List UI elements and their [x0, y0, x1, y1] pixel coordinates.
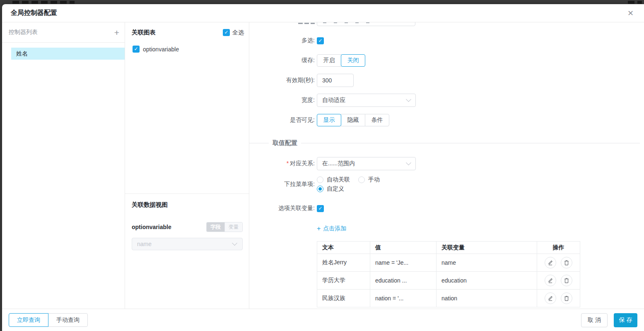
linked-dataview-section: 关联数据视图 optionvariable 字段 变量 name [125, 194, 249, 250]
dialog-body: 控制器列表 + 姓名 关联图表 全选 optionvariable [2, 22, 644, 309]
chevron-down-icon [406, 160, 411, 165]
relation-select[interactable]: 在......范围内 [317, 157, 416, 170]
clipped-input-fragment [317, 22, 415, 26]
cache-off-button[interactable]: 关闭 [341, 54, 365, 67]
controller-list-panel: 控制器列表 + 姓名 [2, 22, 125, 309]
options-table: 文本 值 关联变量 操作 姓名Jerry name = 'Je... name [317, 241, 580, 307]
radio-manual-label: 手动 [368, 176, 380, 184]
pencil-icon [548, 260, 553, 266]
cancel-button[interactable]: 取 消 [581, 313, 608, 327]
multi-select-checkbox[interactable] [317, 37, 324, 44]
visibility-hide-button[interactable]: 隐藏 [341, 114, 365, 126]
edit-button[interactable] [545, 257, 556, 268]
table-header-row: 文本 值 关联变量 操作 [317, 242, 580, 254]
validity-row: 有效期(秒): [249, 74, 644, 87]
radio-icon[interactable] [358, 176, 365, 183]
cell-actions [537, 272, 580, 290]
controller-list-title: 控制器列表 [9, 29, 38, 36]
radio-auto-link[interactable]: 自动关联 [317, 176, 350, 184]
pencil-icon [548, 278, 553, 283]
width-select[interactable]: 自动适应 [317, 94, 416, 107]
close-icon[interactable]: ✕ [626, 9, 635, 18]
options-table-wrap: 文本 值 关联变量 操作 姓名Jerry name = 'Je... name [317, 241, 580, 307]
visibility-condition-button[interactable]: 条件 [365, 114, 389, 126]
value-config-section-divider: 取值配置 [249, 140, 644, 146]
trash-icon [564, 278, 569, 283]
trash-icon [564, 260, 569, 266]
option-variable-label: 选项关联变量: [249, 205, 315, 212]
validity-label: 有效期(秒): [249, 77, 315, 84]
global-controller-config-dialog: 全局控制器配置 ✕ 控制器列表 + 姓名 关联图表 全选 [2, 4, 644, 331]
linked-dataview-title: 关联数据视图 [132, 201, 243, 209]
relation-select-value: 在......范围内 [322, 160, 355, 167]
query-now-button[interactable]: 立即查询 [9, 313, 48, 327]
option-variable-row: 选项关联变量: [249, 205, 644, 212]
cell-text: 学历大学 [317, 272, 370, 290]
radio-manual[interactable]: 手动 [358, 176, 380, 184]
column-header-text: 文本 [317, 242, 370, 254]
save-button[interactable]: 保 存 [614, 313, 637, 327]
cell-variable: name [437, 254, 537, 272]
multi-select-row: 多选: [249, 37, 644, 44]
toggle-variable-option[interactable]: 变量 [224, 222, 242, 232]
chart-checkbox-icon[interactable] [133, 46, 140, 53]
select-all-checkbox-icon[interactable] [223, 29, 230, 36]
chart-checkbox-item[interactable]: optionvariable [133, 46, 244, 53]
cell-value: nation = '... [370, 290, 437, 307]
table-row: 学历大学 education ... education [317, 272, 580, 290]
chevron-down-icon [406, 97, 411, 102]
divider-line [249, 143, 269, 143]
add-option-link-label: 点击添加 [323, 225, 346, 232]
column-header-value: 值 [370, 242, 437, 254]
select-all-control[interactable]: 全选 [223, 29, 244, 36]
cell-actions [537, 254, 580, 272]
delete-button[interactable] [561, 292, 572, 304]
linked-charts-panel: 关联图表 全选 optionvariable 关联数据视图 optionvari… [125, 22, 249, 309]
table-row: 民族汉族 nation = '... nation [317, 290, 580, 307]
radio-custom[interactable]: 自定义 [317, 185, 344, 193]
add-controller-icon[interactable]: + [114, 28, 119, 37]
option-variable-checkbox[interactable] [317, 205, 324, 212]
field-select-value: name [137, 241, 152, 247]
radio-selected-icon[interactable] [317, 186, 323, 192]
toggle-field-option[interactable]: 字段 [207, 222, 224, 232]
cell-variable: nation [437, 290, 537, 307]
controller-settings-form: 多选: 缓存: 开启 关闭 有效期(秒): 宽度: [249, 22, 644, 309]
pencil-icon [548, 295, 553, 301]
radio-custom-label: 自定义 [327, 185, 344, 193]
visibility-row: 是否可见: 显示 隐藏 条件 [249, 114, 644, 127]
query-manual-button[interactable]: 手动查询 [48, 313, 88, 327]
delete-button[interactable] [561, 257, 572, 268]
edit-button[interactable] [545, 275, 556, 286]
plus-icon: + [317, 225, 321, 232]
dialog-footer: 立即查询 手动查询 取 消 保 存 [2, 309, 644, 331]
multi-select-label: 多选: [249, 37, 315, 44]
visibility-show-button[interactable]: 显示 [317, 114, 341, 126]
clipped-label-fragment [298, 23, 315, 24]
controller-list-header: 控制器列表 + [2, 22, 125, 43]
dialog-title: 全局控制器配置 [11, 9, 57, 17]
field-select-disabled[interactable]: name [132, 238, 243, 250]
delete-button[interactable] [561, 275, 572, 286]
add-option-link[interactable]: + 点击添加 [317, 225, 644, 232]
backdrop-page-fragment [12, 1, 75, 4]
relation-row: *对应关系: 在......范围内 [249, 157, 644, 170]
controller-list-item[interactable]: 姓名 [11, 48, 125, 60]
cache-on-button[interactable]: 开启 [317, 54, 341, 67]
validity-input[interactable] [317, 74, 354, 87]
cache-row: 缓存: 开启 关闭 [249, 54, 644, 67]
cell-value: name = 'Je... [370, 254, 437, 272]
edit-button[interactable] [545, 292, 556, 304]
dataview-name: optionvariable [132, 224, 171, 230]
linked-charts-title: 关联图表 [132, 29, 156, 36]
width-row: 宽度: 自动适应 [249, 94, 644, 107]
cell-actions [537, 290, 580, 307]
field-variable-toggle[interactable]: 字段 变量 [206, 222, 243, 232]
dialog-header: 全局控制器配置 ✕ [2, 4, 644, 22]
controller-item-label: 姓名 [16, 50, 28, 58]
radio-icon[interactable] [317, 176, 323, 183]
chart-item-label: optionvariable [143, 46, 179, 53]
linked-charts-section: 关联图表 全选 optionvariable [125, 22, 249, 194]
column-header-variable: 关联变量 [437, 242, 537, 254]
divider-line [301, 143, 640, 143]
